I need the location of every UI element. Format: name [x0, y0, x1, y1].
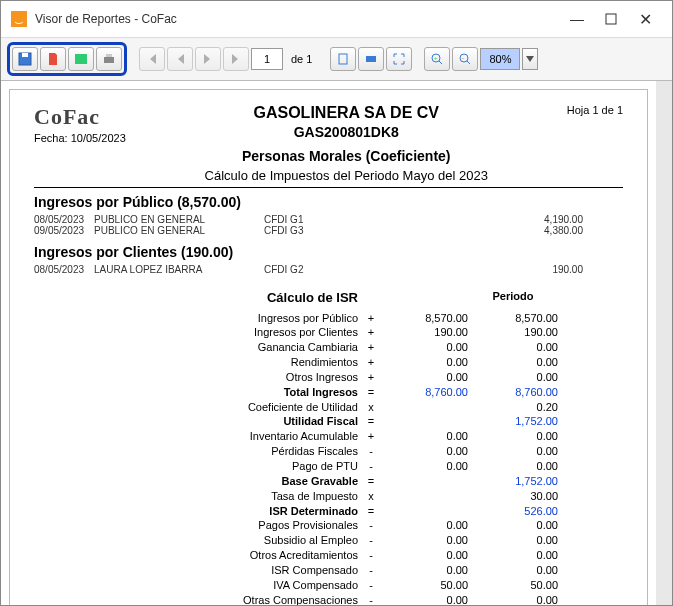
- section2-title: Ingresos por Clientes (190.00): [34, 244, 623, 260]
- app-window: Visor de Reportes - CoFac — ✕ de 1 +: [0, 0, 673, 606]
- calc-row: Otras Compensaciones-0.000.00: [184, 593, 604, 605]
- calc-row: Subsidio al Empleo-0.000.00: [184, 533, 604, 548]
- data-row: 08/05/2023PUBLICO EN GENERALCFDI G14,190…: [34, 214, 623, 225]
- fit-width-button[interactable]: [358, 47, 384, 71]
- calc-row: Ingresos por Público+8,570.008,570.00: [184, 311, 604, 326]
- svg-text:-: -: [462, 55, 464, 61]
- report-viewport: CoFac Fecha: 10/05/2023 GASOLINERA SA DE…: [1, 81, 672, 605]
- svg-rect-8: [366, 56, 376, 62]
- last-page-button[interactable]: [223, 47, 249, 71]
- prev-page-button[interactable]: [167, 47, 193, 71]
- save-button[interactable]: [12, 47, 38, 71]
- report-period: Cálculo de Impuestos del Periodo Mayo de…: [126, 168, 567, 183]
- calc-row: Inventario Acumulable+0.000.00: [184, 429, 604, 444]
- calc-row: Base Gravable=1,752.00: [184, 474, 604, 489]
- data-row: 08/05/2023LAURA LOPEZ IBARRACFDI G2190.0…: [34, 264, 623, 275]
- maximize-button[interactable]: [594, 7, 628, 31]
- svg-rect-4: [75, 54, 87, 64]
- page-indicator: Hoja 1 de 1: [567, 104, 623, 116]
- fecha-label: Fecha:: [34, 132, 68, 144]
- calc-row: ISR Determinado=526.00: [184, 504, 604, 519]
- section1-title: Ingresos por Público (8,570.00): [34, 194, 623, 210]
- pdf-button[interactable]: [40, 47, 66, 71]
- close-button[interactable]: ✕: [628, 7, 662, 31]
- zoom-input[interactable]: [480, 48, 520, 70]
- calc-col-header: Periodo: [468, 289, 558, 311]
- zoom-in-button[interactable]: +: [424, 47, 450, 71]
- nav-group: [139, 47, 249, 71]
- company-name: GASOLINERA SA DE CV: [126, 104, 567, 122]
- calc-row: Utilidad Fiscal=1,752.00: [184, 414, 604, 429]
- svg-rect-5: [104, 57, 114, 63]
- logo-text: CoFac: [34, 104, 126, 130]
- svg-rect-7: [339, 54, 347, 64]
- svg-rect-0: [11, 11, 27, 27]
- print-button[interactable]: [96, 47, 122, 71]
- calc-row: Tasa de Impuestox30.00: [184, 489, 604, 504]
- next-page-button[interactable]: [195, 47, 221, 71]
- calc-row: Pérdidas Fiscales-0.000.00: [184, 444, 604, 459]
- zoom-dropdown-button[interactable]: [522, 48, 538, 70]
- calc-row: IVA Compensado-50.0050.00: [184, 578, 604, 593]
- calc-row: Otros Ingresos+0.000.00: [184, 370, 604, 385]
- toolbar: de 1 + -: [1, 38, 672, 81]
- minimize-button[interactable]: —: [560, 7, 594, 31]
- export-group: [7, 42, 127, 76]
- calc-row: Total Ingresos=8,760.008,760.00: [184, 385, 604, 400]
- first-page-button[interactable]: [139, 47, 165, 71]
- java-icon: [11, 11, 27, 27]
- calc-row: Otros Acreditamientos-0.000.00: [184, 548, 604, 563]
- calc-row: Coeficiente de Utilidadx0.20: [184, 400, 604, 415]
- fit-page-button[interactable]: [330, 47, 356, 71]
- zoom-out-button[interactable]: -: [452, 47, 478, 71]
- fullscreen-button[interactable]: [386, 47, 412, 71]
- fecha-value: 10/05/2023: [71, 132, 126, 144]
- svg-rect-6: [106, 54, 112, 57]
- calc-block: Cálculo de ISR Periodo Ingresos por Públ…: [184, 289, 604, 605]
- page-input[interactable]: [251, 48, 283, 70]
- titlebar: Visor de Reportes - CoFac — ✕: [1, 1, 672, 38]
- svg-text:+: +: [434, 55, 438, 61]
- report-page: CoFac Fecha: 10/05/2023 GASOLINERA SA DE…: [9, 89, 648, 605]
- divider: [34, 187, 623, 188]
- svg-rect-3: [22, 53, 28, 57]
- calc-row: Ganancia Cambiaria+0.000.00: [184, 340, 604, 355]
- excel-button[interactable]: [68, 47, 94, 71]
- calc-row: Ingresos por Clientes+190.00190.00: [184, 325, 604, 340]
- data-row: 09/05/2023PUBLICO EN GENERALCFDI G34,380…: [34, 225, 623, 236]
- calc-row: Pagos Provisionales-0.000.00: [184, 518, 604, 533]
- window-title: Visor de Reportes - CoFac: [35, 12, 560, 26]
- calc-row: Pago de PTU-0.000.00: [184, 459, 604, 474]
- calc-row: ISR Compensado-0.000.00: [184, 563, 604, 578]
- svg-rect-1: [606, 14, 616, 24]
- calc-row: Rendimientos+0.000.00: [184, 355, 604, 370]
- report-subtitle: Personas Morales (Coeficiente): [126, 148, 567, 164]
- page-total-label: de 1: [285, 53, 318, 65]
- company-rfc: GAS200801DK8: [126, 124, 567, 140]
- calc-title: Cálculo de ISR: [184, 289, 364, 307]
